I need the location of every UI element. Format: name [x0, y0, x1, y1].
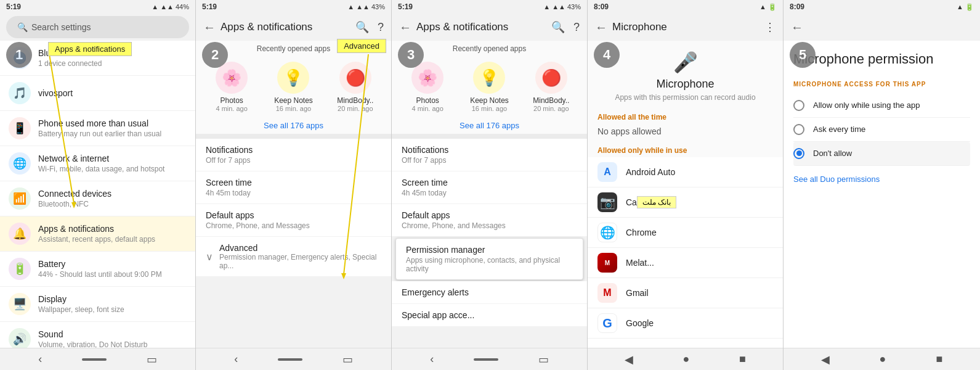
battery-icon-4: 🔋	[768, 3, 777, 11]
advanced-label-2: Advanced	[337, 39, 386, 53]
settings-item-phone[interactable]: 📱 Phone used more than usual Battery may…	[0, 111, 195, 146]
radio-dont-allow[interactable]: Don't allow	[793, 142, 970, 166]
google-icon: G	[597, 313, 617, 333]
app-melat[interactable]: M Melat...	[588, 248, 783, 278]
back-btn-5[interactable]: ◀	[809, 350, 842, 369]
permission-manager-sub-3: Apps using microphone, contacts, and phy…	[406, 256, 573, 273]
settings-item-connected[interactable]: 📶 Connected devices Bluetooth, NFC	[0, 181, 195, 216]
home-pill-3[interactable]	[474, 358, 498, 361]
see-all-duo-5[interactable]: See all Duo permissions	[793, 175, 970, 184]
see-all-link-2[interactable]: See all 176 apps	[196, 116, 391, 134]
settings-item-sound[interactable]: 🔊 Sound Volume, vibration, Do Not Distur…	[0, 322, 195, 348]
connected-title: Connected devices	[38, 189, 187, 199]
radio-label-2: Ask every time	[813, 125, 865, 134]
back-arrow-4[interactable]: ←	[595, 20, 607, 35]
home-pill-1[interactable]	[82, 358, 107, 361]
back-arrow-3[interactable]: ←	[399, 20, 411, 35]
settings-item-vivosport[interactable]: 🎵 vivosport	[0, 76, 195, 111]
home-btn-4[interactable]: ●	[671, 350, 702, 368]
google-name: Google	[626, 318, 654, 328]
step-4-circle: 4	[594, 42, 620, 68]
wifi-icon-5: ▲	[957, 3, 963, 10]
settings-item-network[interactable]: 🌐 Network & internet Wi-Fi, mobile, data…	[0, 146, 195, 181]
app-mindbody-3[interactable]: 🔴 MindBody.. 20 min. ago	[527, 62, 576, 112]
back-btn-2[interactable]: ‹	[222, 350, 250, 368]
back-arrow-5[interactable]: ←	[791, 20, 803, 35]
more-icon-4[interactable]: ⋮	[764, 20, 775, 34]
status-bar-1: 5:19 ▲ ▲▲ 44%	[0, 0, 195, 14]
home-btn-5[interactable]: ●	[867, 350, 899, 368]
radio-allow-while-using[interactable]: Allow only while using the app	[793, 94, 970, 118]
search-bar[interactable]: 🔍 Search settings	[6, 16, 189, 38]
network-title: Network & internet	[38, 154, 187, 163]
back-btn-4[interactable]: ◀	[612, 350, 646, 369]
advanced-menu-2[interactable]: ∨ Advanced Permission manager, Emergency…	[196, 237, 391, 277]
radio-circle-2	[793, 124, 804, 135]
step-2-circle: 2	[202, 42, 228, 68]
back-btn-3[interactable]: ‹	[418, 350, 446, 368]
recently-opened-2: 🌸 Photos 4 min. ago 💡 Keep Notes 16 min.…	[196, 56, 391, 116]
perm-page-5: Microphone permission MICROPHONE ACCESS …	[784, 41, 980, 348]
settings-item-display[interactable]: 🖥️ Display Wallpaper, sleep, font size	[0, 287, 195, 322]
special-app-menu-3[interactable]: Special app acce...	[392, 304, 587, 327]
app-google[interactable]: G Google	[588, 308, 783, 339]
bottom-nav-4: ◀ ● ■	[588, 348, 783, 370]
apps-text: Apps & notifications Assistant, recent a…	[38, 224, 187, 244]
app-android-auto[interactable]: A Android Auto	[588, 157, 783, 187]
recent-btn-1[interactable]: ▭	[134, 350, 169, 369]
screen-time-menu-2[interactable]: Screen time 4h 45m today	[196, 171, 391, 204]
mindbody-time-3: 20 min. ago	[533, 105, 569, 112]
search-icon: 🔍	[17, 22, 28, 32]
emergency-alerts-menu-3[interactable]: Emergency alerts	[392, 281, 587, 304]
permission-manager-menu-3[interactable]: Permission manager Apps using microphone…	[395, 238, 583, 280]
notes-label-3: Keep Notes	[470, 96, 509, 105]
wifi-icon-4: ▲	[759, 3, 766, 10]
signal-icon: ▲▲	[160, 3, 174, 10]
help-nav-icon-3[interactable]: ?	[573, 21, 580, 34]
apps-notifications-label: Apps & notifications	[48, 42, 132, 56]
panel-3: 5:19 ▲ ▲▲ 43% ← Apps & notifications 🔍 ?…	[392, 0, 588, 370]
home-pill-2[interactable]	[278, 358, 302, 361]
vivosport-icon: 🎵	[9, 82, 31, 104]
search-nav-icon-3[interactable]: 🔍	[551, 20, 565, 34]
back-arrow-2[interactable]: ←	[203, 20, 216, 35]
app-notes-3[interactable]: 💡 Keep Notes 16 min. ago	[464, 62, 514, 112]
search-nav-icon-2[interactable]: 🔍	[355, 20, 369, 34]
app-notes-2[interactable]: 💡 Keep Notes 16 min. ago	[269, 62, 318, 112]
app-gmail[interactable]: M Gmail	[588, 278, 783, 308]
recent-btn-5[interactable]: ■	[924, 350, 955, 368]
see-all-link-3[interactable]: See all 176 apps	[392, 116, 587, 134]
android-auto-icon: A	[597, 162, 617, 182]
notifications-menu-2[interactable]: Notifications Off for 7 apps	[196, 139, 391, 171]
app-camera[interactable]: 📷 Came... بانک ملت	[588, 187, 783, 218]
camera-icon: 📷	[597, 192, 617, 212]
settings-item-apps[interactable]: 🔔 Apps & notifications Assistant, recent…	[0, 216, 195, 252]
phone-sub: Battery may run out earlier than usual	[38, 130, 187, 138]
recent-btn-4[interactable]: ■	[727, 350, 758, 368]
radio-label-1: Allow only while using the app	[813, 101, 920, 110]
back-btn-1[interactable]: ‹	[26, 350, 54, 368]
chrome-name: Chrome	[626, 228, 657, 237]
default-apps-menu-2[interactable]: Default apps Chrome, Phone, and Messages	[196, 204, 391, 237]
default-apps-menu-3[interactable]: Default apps Chrome, Phone, and Messages	[392, 204, 587, 237]
radio-circle-1	[793, 100, 804, 111]
help-nav-icon-2[interactable]: ?	[378, 21, 384, 34]
app-photos-2[interactable]: 🌸 Photos 4 min. ago	[207, 62, 256, 112]
notifications-menu-3[interactable]: Notifications Off for 7 apps	[392, 139, 587, 171]
recent-btn-3[interactable]: ▭	[526, 350, 561, 369]
settings-item-battery[interactable]: 🔋 Battery 44% - Should last until about …	[0, 252, 195, 287]
chrome-icon: 🌐	[597, 223, 617, 242]
screen-time-menu-3[interactable]: Screen time 4h 45m today	[392, 171, 587, 204]
radio-ask-every-time[interactable]: Ask every time	[793, 118, 970, 142]
advanced-sub-2: Permission manager, Emergency alerts, Sp…	[219, 253, 381, 270]
app-chrome[interactable]: 🌐 Chrome	[588, 218, 783, 248]
allowed-use-label-4: Allowed only while in use	[588, 141, 783, 157]
screen-time-sub-2: 4h 45m today	[206, 189, 381, 197]
recent-btn-2[interactable]: ▭	[330, 350, 365, 369]
app-photos-3[interactable]: 🌸 Photos 4 min. ago	[403, 62, 452, 112]
time-5: 8:09	[790, 2, 804, 11]
status-icons-1: ▲ ▲▲ 44%	[152, 3, 189, 10]
screen-time-title-3: Screen time	[402, 178, 577, 187]
display-sub: Wallpaper, sleep, font size	[38, 305, 187, 314]
app-mindbody-2[interactable]: 🔴 MindBody.. 20 min. ago	[331, 62, 380, 112]
